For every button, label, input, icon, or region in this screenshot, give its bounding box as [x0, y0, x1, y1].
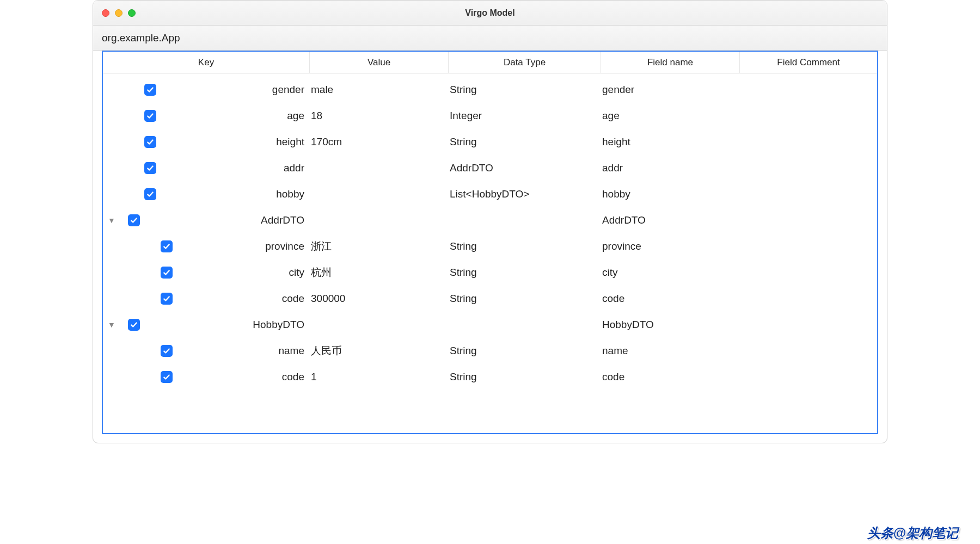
cell-key: code: [103, 371, 310, 383]
checkbox[interactable]: [144, 188, 156, 200]
table-row[interactable]: ▼HobbyDTOHobbyDTO: [103, 312, 877, 338]
cell-key: ▼HobbyDTO: [103, 319, 310, 331]
cell-type: String: [449, 136, 601, 148]
watermark: 头条@架构笔记: [867, 524, 958, 542]
cell-value[interactable]: 人民币: [310, 344, 449, 358]
checkbox[interactable]: [161, 293, 173, 305]
cell-field: height: [601, 136, 740, 148]
checkbox[interactable]: [161, 345, 173, 357]
cell-key: ▼AddrDTO: [103, 214, 310, 226]
disclosure-triangle-icon[interactable]: ▼: [105, 320, 118, 329]
table-row[interactable]: hobbyList<HobbyDTO>hobby: [103, 181, 877, 207]
cell-type: AddrDTO: [449, 162, 601, 174]
cell-value[interactable]: 浙江: [310, 239, 449, 254]
table-row[interactable]: height170cmStringheight: [103, 129, 877, 155]
cell-key: name: [103, 345, 310, 357]
cell-field: code: [601, 371, 740, 383]
column-header-key[interactable]: Key: [103, 52, 310, 73]
cell-field: HobbyDTO: [601, 319, 740, 331]
cell-type: String: [449, 267, 601, 279]
table-row[interactable]: ▼AddrDTOAddrDTO: [103, 207, 877, 233]
cell-field: gender: [601, 84, 740, 96]
checkbox[interactable]: [144, 162, 156, 174]
cell-field: code: [601, 293, 740, 305]
table-row[interactable]: age18Integerage: [103, 103, 877, 129]
titlebar: Virgo Model: [93, 1, 887, 26]
table-row[interactable]: gendermaleStringgender: [103, 77, 877, 103]
app-window: Virgo Model org.example.App Key Value Da…: [93, 0, 887, 443]
cell-field: age: [601, 110, 740, 122]
cell-value[interactable]: male: [310, 84, 449, 96]
table-header: Key Value Data Type Field name Field Com…: [103, 52, 877, 73]
checkbox[interactable]: [161, 240, 173, 252]
key-label: HobbyDTO: [140, 319, 310, 331]
key-label: age: [156, 110, 310, 122]
cell-field: addr: [601, 162, 740, 174]
table-row[interactable]: city杭州Stringcity: [103, 259, 877, 286]
cell-key: gender: [103, 84, 310, 96]
table-row[interactable]: code1Stringcode: [103, 364, 877, 390]
cell-type: String: [449, 293, 601, 305]
cell-type: String: [449, 345, 601, 357]
checkbox[interactable]: [144, 136, 156, 148]
table-row[interactable]: province浙江Stringprovince: [103, 233, 877, 259]
window-title: Virgo Model: [93, 8, 887, 18]
column-header-field[interactable]: Field name: [601, 52, 740, 73]
key-label: AddrDTO: [140, 214, 310, 226]
cell-key: province: [103, 240, 310, 252]
breadcrumb: org.example.App: [93, 26, 887, 51]
cell-type: String: [449, 240, 601, 252]
checkbox[interactable]: [161, 267, 173, 279]
cell-type: String: [449, 371, 601, 383]
cell-key: age: [103, 110, 310, 122]
cell-type: Integer: [449, 110, 601, 122]
checkbox[interactable]: [144, 84, 156, 96]
checkbox[interactable]: [144, 110, 156, 122]
table-row[interactable]: name人民币Stringname: [103, 338, 877, 364]
key-label: addr: [156, 162, 310, 174]
key-label: height: [156, 136, 310, 148]
key-label: code: [173, 371, 310, 383]
key-label: gender: [156, 84, 310, 96]
model-table: Key Value Data Type Field name Field Com…: [102, 51, 878, 434]
cell-type: String: [449, 84, 601, 96]
table-row[interactable]: code300000Stringcode: [103, 286, 877, 312]
column-header-value[interactable]: Value: [310, 52, 449, 73]
cell-field: city: [601, 267, 740, 279]
cell-key: city: [103, 267, 310, 279]
cell-value[interactable]: 18: [310, 110, 449, 122]
content-area: Key Value Data Type Field name Field Com…: [93, 51, 887, 443]
key-label: city: [173, 267, 310, 279]
cell-value[interactable]: 1: [310, 371, 449, 383]
cell-value[interactable]: 杭州: [310, 265, 449, 280]
cell-field: hobby: [601, 188, 740, 200]
disclosure-triangle-icon[interactable]: ▼: [105, 216, 118, 225]
cell-key: code: [103, 293, 310, 305]
key-label: code: [173, 293, 310, 305]
checkbox[interactable]: [128, 319, 140, 331]
table-row[interactable]: addrAddrDTOaddr: [103, 155, 877, 181]
cell-key: addr: [103, 162, 310, 174]
checkbox[interactable]: [161, 371, 173, 383]
cell-key: height: [103, 136, 310, 148]
cell-key: hobby: [103, 188, 310, 200]
column-header-type[interactable]: Data Type: [449, 52, 601, 73]
column-header-comment[interactable]: Field Comment: [740, 52, 877, 73]
cell-type: List<HobbyDTO>: [449, 188, 601, 200]
key-label: hobby: [156, 188, 310, 200]
cell-value[interactable]: 300000: [310, 293, 449, 305]
cell-field: name: [601, 345, 740, 357]
key-label: province: [173, 240, 310, 252]
cell-value[interactable]: 170cm: [310, 136, 449, 148]
breadcrumb-path: org.example.App: [102, 32, 180, 44]
checkbox[interactable]: [128, 214, 140, 226]
key-label: name: [173, 345, 310, 357]
cell-field: AddrDTO: [601, 214, 740, 226]
cell-field: province: [601, 240, 740, 252]
table-body[interactable]: gendermaleStringgenderage18Integeragehei…: [103, 73, 877, 433]
